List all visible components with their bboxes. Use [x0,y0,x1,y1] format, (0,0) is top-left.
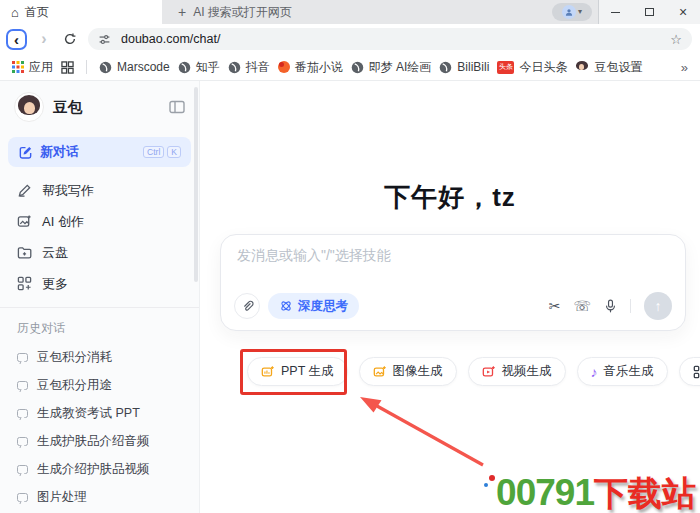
apps-button[interactable]: 应用 [12,59,53,76]
maximize-button[interactable] [639,2,659,22]
sidebar: 豆包 新对话 Ctrl K 帮我写作 AI 创作 云盘 [0,81,200,513]
greeting-text: 下午好，tz [200,180,700,215]
skill-ppt-button[interactable]: PPT 生成 [247,357,348,386]
chat-bubble-icon [17,465,28,474]
history-item[interactable]: 豆包积分用途 [0,371,199,399]
history-item[interactable]: 生成教资考试 PPT [0,399,199,427]
brand-name: 豆包 [53,98,82,117]
sidebar-item-label: AI 创作 [42,213,84,231]
more-grid-icon [693,365,700,379]
composer-toolbar: 深度思考 ✂ ☏ ↑ [234,292,672,320]
paperclip-icon [241,300,254,313]
call-button[interactable]: ☏ [573,298,591,314]
bookmark-marscode[interactable]: Marscode [99,60,170,74]
collapse-sidebar-button[interactable] [169,100,185,114]
close-button[interactable]: × [673,2,693,22]
doubao-avatar-icon [575,60,589,74]
voice-button[interactable] [604,299,617,313]
bookmark-star-icon[interactable]: ☆ [670,32,682,47]
image-create-icon [17,214,32,229]
bookmark-douyin[interactable]: 抖音 [228,59,270,76]
chevron-down-icon: ▾ [578,8,582,16]
bookmarks-separator [86,60,87,74]
sidebar-scrollbar[interactable] [194,87,198,282]
omnibox[interactable]: ☆ [88,28,692,50]
bookmark-toutiao[interactable]: 头条 今日头条 [497,59,567,76]
clip-tools-button[interactable]: ✂ [549,298,561,314]
reload-button[interactable] [61,30,79,48]
sidebar-header: 豆包 [0,91,199,123]
bookmark-label: 今日头条 [519,59,567,76]
watermark-red-dot [489,475,495,481]
url-input[interactable] [119,31,662,47]
music-note-icon: ♪ [591,364,598,380]
bookmark-fanqie[interactable]: 番茄小说 [278,59,343,76]
skill-label: 音乐生成 [604,363,654,380]
bookmark-doubao-settings[interactable]: 豆包设置 [575,59,642,76]
bookmark-bilibili[interactable]: BiliBili [439,60,489,74]
deep-think-label: 深度思考 [298,298,348,315]
chat-bubble-icon [17,493,28,502]
doubao-avatar [14,92,44,122]
new-chat-label: 新对话 [40,143,79,161]
skill-image-button[interactable]: 图像生成 [359,357,457,386]
sidebar-item-ai-create[interactable]: AI 创作 [0,206,199,237]
main-area: 下午好，tz 深度思考 ✂ ☏ ↑ [200,81,700,513]
history-item[interactable]: 生成介绍护肤品视频 [0,455,199,483]
history-item[interactable]: 豆包积分消耗 [0,343,199,371]
globe-icon [439,61,452,74]
attach-button[interactable] [234,293,260,319]
history-item[interactable]: 生成护肤品介绍音频 [0,427,199,455]
skill-video-button[interactable]: 视频生成 [468,357,566,386]
sidebar-item-write[interactable]: 帮我写作 [0,175,199,206]
bookmark-label: 即梦 AI绘画 [369,59,432,76]
skill-label: PPT 生成 [281,363,334,380]
new-chat-button[interactable]: 新对话 Ctrl K [8,137,191,167]
history-section-title: 历史对话 [0,308,199,343]
pen-icon [17,183,32,198]
tune-icon [98,33,111,46]
video-gen-icon [482,365,496,379]
chat-bubble-icon [17,353,28,362]
watermark-red-text: 下载站 [594,476,696,510]
send-button[interactable]: ↑ [644,292,672,320]
scissors-icon: ✂ [549,298,561,314]
skill-more-button[interactable]: 更多 [679,357,700,386]
tab-home[interactable]: ⌂ 首页 [0,0,162,24]
chat-bubble-icon [17,409,28,418]
history-item-label: 生成教资考试 PPT [37,405,140,422]
globe-icon [351,61,364,74]
history-item-label: 豆包积分用途 [37,377,112,394]
minimize-icon [611,12,620,13]
chat-bubble-icon [17,437,28,446]
skill-music-button[interactable]: ♪ 音乐生成 [577,357,668,386]
send-arrow-icon: ↑ [655,298,662,314]
bookmarks-overflow-button[interactable]: » [681,60,688,75]
sidebar-item-cloud-drive[interactable]: 云盘 [0,237,199,268]
minimize-button[interactable] [606,2,626,22]
home-icon: ⌂ [11,6,19,19]
sidebar-item-label: 帮我写作 [42,182,94,200]
chat-bubble-icon [17,381,28,390]
history-item[interactable]: 图片处理 [0,483,199,511]
toolbar-divider [630,299,631,313]
apps-label: 应用 [29,59,53,76]
history-list: 豆包积分消耗 豆包积分用途 生成教资考试 PPT 生成护肤品介绍音频 生成介绍护… [0,343,199,513]
bookmark-label: BiliBili [457,60,489,74]
message-input[interactable] [235,245,671,281]
apps-grid-icon [12,61,24,73]
browser-profile-button[interactable]: ▾ [552,3,592,21]
back-button[interactable]: ‹ [6,29,27,50]
watermark-blue-dot [484,483,488,487]
new-tab-search[interactable]: + AI 搜索或打开网页 ▾ [162,0,598,24]
bookmark-zhihu[interactable]: 知乎 [178,59,220,76]
globe-icon [228,61,241,74]
watermark-green-text: 00791 [496,474,594,511]
forward-button[interactable]: › [36,30,52,48]
grid-more-icon [17,276,32,291]
deep-think-button[interactable]: 深度思考 [268,293,359,319]
bookmark-jimeng[interactable]: 即梦 AI绘画 [351,59,432,76]
sidebar-item-more[interactable]: 更多 [0,268,199,299]
collections-button[interactable] [61,61,74,74]
sidebar-menu: 帮我写作 AI 创作 云盘 更多 [0,175,199,299]
